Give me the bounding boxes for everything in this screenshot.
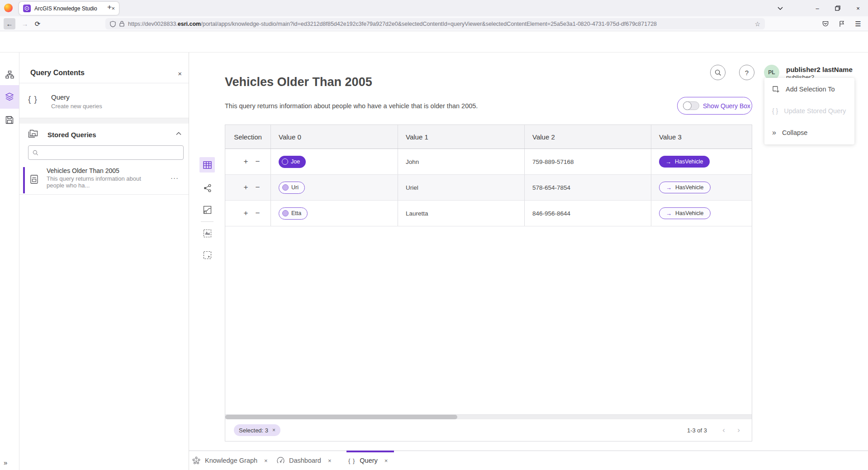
entity-pill[interactable]: Etta bbox=[279, 207, 308, 220]
table-row: + − Joe John 759-889-57168 →HasVehicle bbox=[225, 149, 752, 175]
save-icon[interactable] bbox=[0, 110, 19, 129]
tab-list-chevron-icon[interactable] bbox=[773, 2, 787, 14]
stored-query-title: Vehicles Older Than 2005 bbox=[47, 167, 119, 174]
add-to-selection-button[interactable]: + bbox=[244, 209, 248, 218]
add-selection-icon bbox=[772, 86, 780, 93]
lock-icon[interactable] bbox=[119, 21, 124, 27]
cell-value2: 759-889-57168 bbox=[524, 149, 651, 174]
stored-queries-title: Stored Queries bbox=[47, 131, 96, 139]
cell-value1: Lauretta bbox=[398, 201, 524, 226]
relationship-pill[interactable]: →HasVehicle bbox=[659, 156, 710, 168]
tab-close-icon[interactable]: × bbox=[328, 457, 332, 464]
query-contents-panel: Query Contents × { } Query Create new qu… bbox=[19, 53, 189, 470]
refresh-button[interactable]: ⟳ bbox=[32, 18, 43, 29]
entity-pill[interactable]: Joe bbox=[279, 156, 306, 168]
tab-dashboard[interactable]: Dashboard × bbox=[277, 451, 332, 470]
link-chart-view-button[interactable] bbox=[199, 180, 215, 196]
add-to-selection-button[interactable]: + bbox=[244, 183, 248, 192]
arcgis-app-icon bbox=[23, 5, 31, 12]
map-selection-view-button[interactable] bbox=[199, 225, 215, 241]
chevron-up-icon[interactable] bbox=[176, 132, 181, 135]
selection-tool-button[interactable] bbox=[199, 247, 215, 263]
selected-count-chip[interactable]: Selected: 3 × bbox=[234, 424, 280, 436]
window-minimize-button[interactable]: – bbox=[811, 2, 824, 14]
selected-count-label: Selected: 3 bbox=[239, 427, 268, 434]
remove-from-selection-button[interactable]: − bbox=[256, 157, 260, 166]
stored-queries-header[interactable]: Stored Queries bbox=[19, 124, 189, 145]
stored-query-item[interactable]: Vehicles Older Than 2005 This query retu… bbox=[19, 166, 189, 195]
tab-knowledge-graph[interactable]: Knowledge Graph × bbox=[192, 451, 268, 470]
collapse-icon: » bbox=[772, 129, 776, 137]
tab-close-icon[interactable]: × bbox=[264, 457, 268, 464]
search-icon bbox=[33, 150, 38, 156]
cell-value1: Uriel bbox=[398, 175, 524, 200]
extensions-icon[interactable] bbox=[836, 18, 848, 29]
knowledge-graph-icon bbox=[192, 456, 200, 465]
map-view-button[interactable] bbox=[199, 202, 215, 217]
scrollbar-thumb[interactable] bbox=[225, 415, 457, 419]
column-header-value2[interactable]: Value 2 bbox=[524, 125, 651, 149]
url-text[interactable]: https://dev0028833.esri.com/portal/apps/… bbox=[128, 21, 751, 27]
window-restore-button[interactable] bbox=[831, 2, 844, 14]
toolbar-divider bbox=[201, 221, 213, 222]
table-empty-area bbox=[225, 226, 752, 414]
add-to-selection-button[interactable]: + bbox=[244, 157, 248, 166]
stored-queries-search-input[interactable] bbox=[42, 149, 179, 156]
cell-value2: 578-654-7854 bbox=[524, 175, 651, 200]
back-button[interactable]: ← bbox=[4, 18, 15, 29]
tab-close-icon[interactable]: × bbox=[384, 457, 388, 464]
expand-rail-icon[interactable]: » bbox=[4, 459, 7, 466]
entity-dot-icon bbox=[282, 210, 289, 216]
column-header-value0[interactable]: Value 0 bbox=[270, 125, 398, 149]
relationship-pill[interactable]: →HasVehicle bbox=[659, 207, 711, 219]
folder-icon bbox=[28, 129, 38, 139]
stored-queries-search[interactable] bbox=[28, 145, 184, 160]
entity-pill[interactable]: Uri bbox=[279, 182, 305, 194]
browser-tab-strip: ArcGIS Knowledge Studio × + – × bbox=[0, 0, 868, 16]
url-bar[interactable]: https://dev0028833.esri.com/portal/apps/… bbox=[105, 18, 765, 29]
panel-header: Query Contents × bbox=[19, 53, 189, 83]
new-query-subtitle: Create new queries bbox=[51, 103, 102, 110]
bookmark-star-icon[interactable]: ☆ bbox=[754, 20, 760, 28]
layers-icon-selected[interactable] bbox=[0, 85, 19, 109]
cell-value2: 846-956-8644 bbox=[524, 201, 651, 226]
previous-page-button[interactable]: ‹ bbox=[719, 426, 728, 435]
clear-selection-icon[interactable]: × bbox=[272, 427, 275, 433]
help-button[interactable]: ? bbox=[739, 65, 754, 80]
remove-from-selection-button[interactable]: − bbox=[256, 209, 260, 218]
next-page-button[interactable]: › bbox=[734, 426, 743, 435]
show-query-box-toggle[interactable]: Show Query Box bbox=[677, 97, 752, 115]
menu-item-collapse[interactable]: » Collapse bbox=[764, 122, 854, 144]
entity-dot-icon bbox=[282, 158, 288, 165]
dashboard-gauge-icon bbox=[277, 457, 285, 465]
tracking-shield-icon[interactable] bbox=[110, 21, 116, 27]
pocket-icon[interactable] bbox=[820, 18, 831, 29]
new-query-item[interactable]: { } Query Create new queries bbox=[19, 83, 189, 118]
browser-nav-bar: ← → ⟳ https://dev0028833.esri.com/portal… bbox=[0, 16, 868, 31]
remove-from-selection-button[interactable]: − bbox=[256, 183, 260, 192]
window-close-button[interactable]: × bbox=[851, 2, 865, 14]
data-model-icon[interactable] bbox=[0, 65, 19, 84]
column-header-selection[interactable]: Selection bbox=[225, 125, 270, 149]
arrow-icon: → bbox=[665, 158, 671, 165]
firefox-icon[interactable] bbox=[4, 4, 13, 12]
panel-close-icon[interactable]: × bbox=[178, 70, 182, 77]
relationship-pill[interactable]: →HasVehicle bbox=[659, 182, 711, 193]
query-result-description: This query returns information about peo… bbox=[225, 102, 478, 110]
browser-tab-title: ArcGIS Knowledge Studio bbox=[34, 5, 108, 12]
hamburger-menu-icon[interactable]: ☰ bbox=[852, 18, 864, 29]
item-options-icon[interactable]: ··· bbox=[171, 174, 179, 182]
cell-value1: John bbox=[398, 149, 524, 174]
search-button[interactable] bbox=[710, 65, 726, 80]
new-tab-button[interactable]: + bbox=[104, 3, 115, 12]
horizontal-scrollbar bbox=[225, 414, 752, 419]
toggle-switch-off[interactable] bbox=[683, 101, 699, 110]
column-header-value3[interactable]: Value 3 bbox=[651, 125, 752, 149]
column-header-value1[interactable]: Value 1 bbox=[398, 125, 524, 149]
table-footer: Selected: 3 × 1-3 of 3 ‹ › bbox=[225, 419, 752, 441]
tab-query[interactable]: { } Query × bbox=[348, 451, 388, 470]
menu-item-add-selection-to[interactable]: Add Selection To bbox=[764, 78, 854, 100]
user-name: publisher2 lastName bbox=[786, 66, 853, 73]
table-view-button[interactable] bbox=[199, 157, 215, 173]
braces-icon: { } bbox=[348, 457, 355, 464]
